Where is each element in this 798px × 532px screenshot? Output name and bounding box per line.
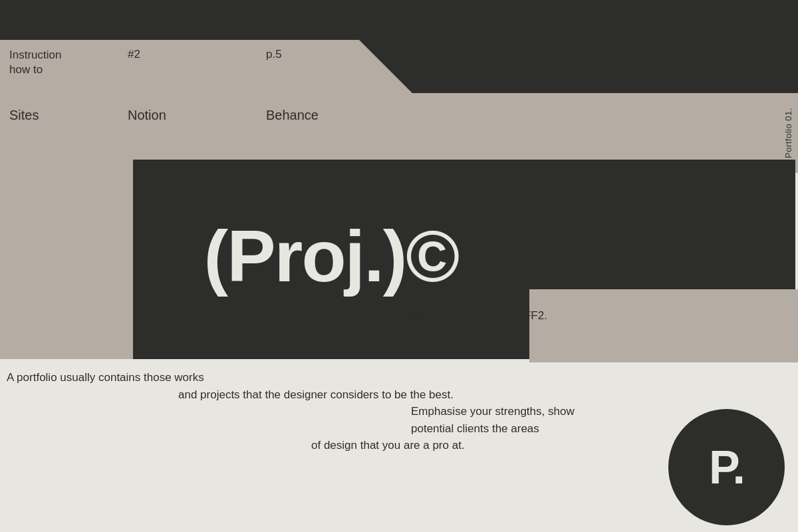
tan-band-dark-overlay [359,40,798,93]
sites-label: Sites [9,108,39,123]
desc-line5: of design that you are a pro at. [311,437,575,454]
desc-line1: A portfolio usually contains those works [7,369,575,386]
page-label: p.5 [266,48,282,61]
proj-text: (Proj.)© [204,219,459,293]
description-block: A portfolio usually contains those works… [0,369,575,454]
top-bar [0,0,798,40]
notion-label: Notion [128,108,166,123]
proj-block-right [529,160,795,289]
tan-band [0,40,798,173]
desc-line2: and projects that the designer considers… [178,386,575,404]
ff-label: FF2. [524,309,547,323]
num-label-bottom: (Num.) [410,309,444,323]
proj-block: (Proj.)© [133,160,529,359]
portfolio-vertical-text: Portfolio 01. [778,66,798,200]
instruction-text: Instruction how to [9,48,61,77]
circle-logo-text: P. [709,444,744,491]
behance-label: Behance [266,108,319,123]
tan-right-strip [529,289,798,362]
desc-line4: potential clients the areas [411,420,575,438]
num-label: #2 [128,48,140,61]
circle-logo: P. [668,409,785,525]
desc-line3: Emphasise your strengths, show [411,403,575,420]
num-ff-row: (Num.) FF2. [410,309,547,323]
tan-left-extend [0,160,133,359]
